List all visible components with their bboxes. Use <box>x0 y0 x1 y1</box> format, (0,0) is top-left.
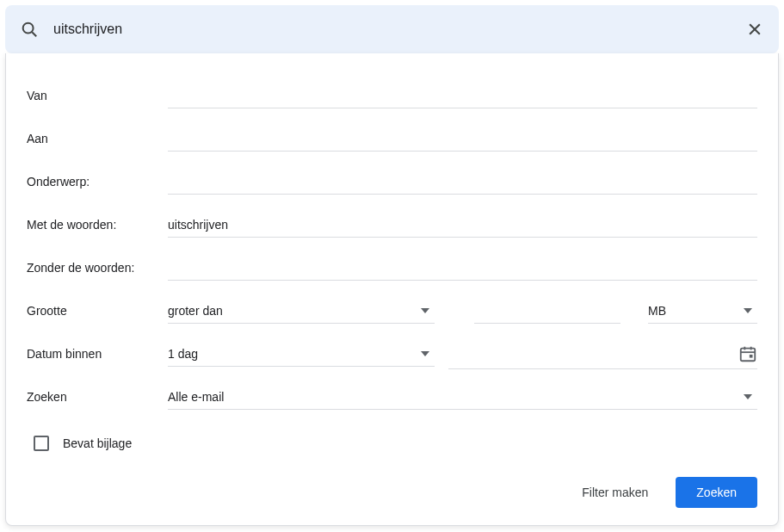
date-range-select[interactable]: 1 dag <box>168 342 435 367</box>
from-label: Van <box>27 89 154 102</box>
date-row: Datum binnen 1 dag <box>27 332 757 375</box>
search-icon[interactable] <box>19 19 40 40</box>
svg-rect-8 <box>750 354 753 357</box>
subject-label: Onderwerp: <box>27 175 154 189</box>
size-operator-select[interactable]: groter dan <box>168 299 435 324</box>
search-bar <box>5 5 779 53</box>
to-row: Aan <box>27 117 757 160</box>
not-words-input[interactable] <box>168 256 757 281</box>
advanced-search-panel: Van Aan Onderwerp: Met de woorden: Zonde <box>0 0 784 532</box>
svg-line-1 <box>32 32 36 36</box>
search-in-select[interactable]: Alle e-mail <box>168 385 757 410</box>
attachment-label: Bevat bijlage <box>63 436 132 450</box>
from-input[interactable] <box>168 84 757 108</box>
dropdown-arrow-icon <box>744 393 752 401</box>
has-words-row: Met de woorden: <box>27 203 757 246</box>
has-words-input[interactable] <box>168 213 757 238</box>
button-row: Filter maken Zoeken <box>27 477 757 508</box>
search-in-label: Zoeken <box>27 390 154 404</box>
size-label: Grootte <box>27 304 154 318</box>
search-button[interactable]: Zoeken <box>676 477 757 508</box>
size-operator-value: groter dan <box>168 304 421 318</box>
has-words-label: Met de woorden: <box>27 218 154 232</box>
dropdown-arrow-icon <box>421 306 429 315</box>
size-value-input[interactable] <box>474 299 620 324</box>
search-input[interactable] <box>53 22 731 37</box>
date-label: Datum binnen <box>27 347 154 361</box>
calendar-icon[interactable] <box>738 344 757 363</box>
svg-point-0 <box>23 23 34 34</box>
to-input[interactable] <box>168 127 757 152</box>
attachment-checkbox[interactable] <box>34 436 49 451</box>
search-in-row: Zoeken Alle e-mail <box>27 375 757 418</box>
create-filter-button[interactable]: Filter maken <box>578 479 651 506</box>
date-picker-field[interactable] <box>448 339 757 369</box>
not-words-label: Zonder de woorden: <box>27 261 154 275</box>
from-row: Van <box>27 74 757 117</box>
dropdown-arrow-icon <box>744 306 752 315</box>
to-label: Aan <box>27 132 154 145</box>
size-unit-select[interactable]: MB <box>648 299 757 324</box>
close-icon[interactable] <box>744 19 765 40</box>
search-in-value: Alle e-mail <box>168 390 744 404</box>
subject-input[interactable] <box>168 170 757 195</box>
dropdown-arrow-icon <box>421 350 429 358</box>
size-row: Grootte groter dan MB <box>27 289 757 332</box>
advanced-search-form: Van Aan Onderwerp: Met de woorden: Zonde <box>5 53 779 526</box>
not-words-row: Zonder de woorden: <box>27 246 757 289</box>
size-unit-value: MB <box>648 304 744 318</box>
svg-rect-4 <box>741 348 756 361</box>
subject-row: Onderwerp: <box>27 160 757 203</box>
attachment-row: Bevat bijlage <box>27 436 757 451</box>
date-range-value: 1 dag <box>168 347 421 361</box>
